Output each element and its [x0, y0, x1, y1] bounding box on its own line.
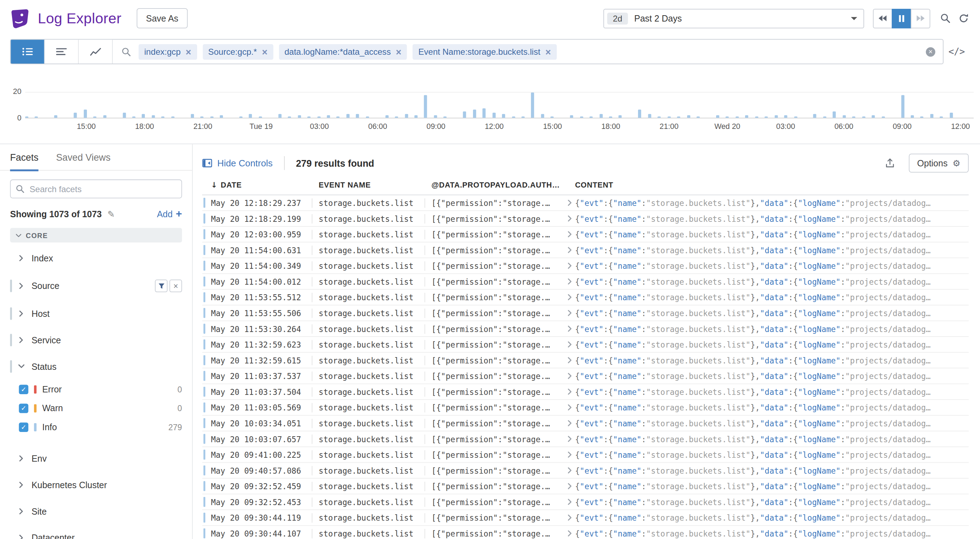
histogram-bar[interactable]: [638, 110, 641, 118]
expand-chevron-icon[interactable]: [565, 420, 575, 426]
pause-button[interactable]: [892, 8, 911, 28]
histogram-bar[interactable]: [307, 116, 310, 118]
histogram-bar[interactable]: [677, 116, 681, 118]
datadog-logo-icon[interactable]: [9, 8, 30, 29]
histogram-bar[interactable]: [414, 115, 418, 118]
histogram-bar[interactable]: [843, 115, 846, 118]
chevron-right-icon[interactable]: [19, 283, 25, 289]
table-row[interactable]: May 20 11:03:37.504storage.buckets.list[…: [202, 384, 969, 400]
histogram-bar[interactable]: [609, 116, 612, 118]
chevron-right-icon[interactable]: [19, 535, 25, 539]
histogram-bar[interactable]: [35, 116, 38, 118]
table-row[interactable]: May 20 10:03:07.657storage.buckets.list[…: [202, 431, 969, 447]
histogram-bar[interactable]: [930, 114, 933, 118]
histogram-bar[interactable]: [522, 116, 525, 118]
histogram-bar[interactable]: [356, 114, 359, 118]
fast-forward-button[interactable]: [911, 8, 930, 28]
search-facets-input[interactable]: [10, 180, 182, 198]
search-box[interactable]: index:gcp×Source:gcp.*×data.logName:*dat…: [10, 39, 943, 64]
histogram-bar[interactable]: [833, 111, 836, 118]
histogram-bar[interactable]: [132, 116, 135, 118]
histogram-bar[interactable]: [697, 116, 700, 118]
expand-chevron-icon[interactable]: [565, 530, 575, 536]
histogram-bar[interactable]: [784, 115, 788, 118]
remove-filter-icon[interactable]: ×: [186, 47, 191, 57]
histogram-bar[interactable]: [551, 116, 554, 118]
status-value-error[interactable]: ✓Error0: [0, 380, 192, 398]
expand-chevron-icon[interactable]: [565, 247, 575, 253]
histogram-plot[interactable]: [25, 76, 974, 118]
chevron-right-icon[interactable]: [19, 255, 25, 261]
histogram-bar[interactable]: [239, 116, 242, 118]
histogram-bar[interactable]: [590, 116, 593, 118]
filter-pill[interactable]: Source:gcp.*×: [202, 44, 273, 60]
table-row[interactable]: May 20 09:32:52.453storage.buckets.list[…: [202, 494, 969, 510]
histogram-bar[interactable]: [317, 116, 320, 118]
histogram-bar[interactable]: [580, 116, 583, 118]
facet-item-status[interactable]: Status: [0, 353, 192, 380]
histogram-bar[interactable]: [862, 116, 865, 118]
table-row[interactable]: May 20 11:53:55.506storage.buckets.list[…: [202, 305, 969, 321]
checkbox-checked-icon[interactable]: ✓: [19, 403, 28, 413]
histogram-bar[interactable]: [444, 116, 447, 118]
table-row[interactable]: May 20 09:30:44.119storage.buckets.list[…: [202, 510, 969, 526]
histogram-bar[interactable]: [298, 115, 301, 118]
expand-chevron-icon[interactable]: [565, 310, 575, 316]
histogram-bar[interactable]: [658, 116, 661, 118]
table-row[interactable]: May 20 11:54:00.349storage.buckets.list[…: [202, 258, 969, 274]
status-value-info[interactable]: ✓Info279: [0, 418, 192, 436]
histogram-bar[interactable]: [619, 115, 622, 118]
refresh-button[interactable]: [958, 13, 969, 23]
edit-pencil-icon[interactable]: ✎: [107, 209, 115, 219]
histogram-bar[interactable]: [570, 115, 573, 118]
remove-filter-icon[interactable]: ×: [546, 47, 551, 57]
chevron-right-icon[interactable]: [19, 310, 25, 317]
expand-chevron-icon[interactable]: [565, 357, 575, 364]
table-row[interactable]: May 20 12:18:29.237storage.buckets.list[…: [202, 196, 969, 211]
histogram-bar[interactable]: [648, 114, 651, 118]
histogram-bar[interactable]: [200, 116, 204, 118]
histogram-bar[interactable]: [405, 114, 408, 118]
histogram-bar[interactable]: [755, 116, 758, 118]
export-button[interactable]: [885, 158, 895, 168]
facet-item-host[interactable]: Host: [0, 300, 192, 327]
histogram-bar[interactable]: [853, 116, 856, 118]
table-row[interactable]: May 20 12:18:29.199storage.buckets.list[…: [202, 211, 969, 227]
hide-controls-link[interactable]: Hide Controls: [202, 158, 272, 168]
expand-chevron-icon[interactable]: [565, 499, 575, 505]
histogram-bar[interactable]: [541, 114, 544, 118]
pattern-view-button[interactable]: [45, 40, 79, 64]
table-row[interactable]: May 20 11:32:59.623storage.buckets.list[…: [202, 337, 969, 353]
expand-chevron-icon[interactable]: [565, 452, 575, 458]
histogram-bar[interactable]: [337, 116, 340, 118]
expand-chevron-icon[interactable]: [565, 404, 575, 411]
histogram-bar[interactable]: [93, 116, 97, 118]
table-row[interactable]: May 20 11:53:30.264storage.buckets.list[…: [202, 321, 969, 337]
facet-item-kubernetes-cluster[interactable]: Kubernetes Cluster: [0, 472, 192, 498]
histogram-bar[interactable]: [823, 116, 826, 118]
table-row[interactable]: May 20 11:54:00.631storage.buckets.list[…: [202, 242, 969, 258]
histogram-bar[interactable]: [512, 116, 515, 118]
histogram-bar[interactable]: [84, 110, 87, 118]
histogram-bar[interactable]: [667, 116, 671, 118]
histogram-bar[interactable]: [25, 116, 28, 118]
histogram-bar[interactable]: [765, 116, 768, 118]
expand-chevron-icon[interactable]: [565, 483, 575, 489]
histogram-bar[interactable]: [142, 114, 145, 118]
histogram-bar[interactable]: [395, 116, 398, 118]
table-row[interactable]: May 20 12:03:00.959storage.buckets.list[…: [202, 227, 969, 243]
table-row[interactable]: May 20 09:41:00.225storage.buckets.list[…: [202, 447, 969, 463]
add-facet-link[interactable]: Add+: [157, 208, 182, 219]
histogram-bar[interactable]: [725, 116, 729, 118]
histogram-bar[interactable]: [54, 115, 57, 118]
status-value-warn[interactable]: ✓Warn0: [0, 399, 192, 418]
facet-item-service[interactable]: Service: [0, 327, 192, 353]
facet-item-index[interactable]: Index: [0, 245, 192, 272]
table-row[interactable]: May 20 11:03:05.569storage.buckets.list[…: [202, 400, 969, 416]
histogram-bar[interactable]: [813, 114, 816, 118]
column-header-auth[interactable]: @DATA.PROTOPAYLOAD.AUTH…: [425, 181, 565, 190]
expand-chevron-icon[interactable]: [565, 294, 575, 301]
histogram-bar[interactable]: [492, 112, 495, 118]
histogram-bar[interactable]: [950, 112, 953, 118]
column-header-date[interactable]: ↓ DATE: [211, 181, 312, 190]
